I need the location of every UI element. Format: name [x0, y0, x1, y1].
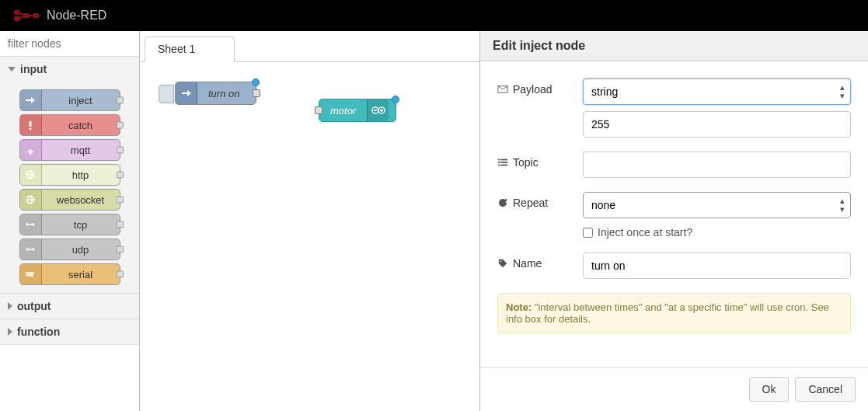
- note-box: Note: "interval between times" and "at a…: [497, 293, 851, 333]
- palette-node-label: udp: [42, 244, 120, 256]
- input-nodes-list: inject catch mqtt http: [0, 82, 139, 293]
- payload-row: Payload string ▴▾: [497, 78, 851, 138]
- bridge-icon: [20, 239, 42, 259]
- palette-node-label: mqtt: [42, 145, 120, 156]
- category-function-label: function: [17, 326, 60, 338]
- svg-point-8: [30, 128, 32, 131]
- palette-node-catch[interactable]: catch: [19, 114, 120, 136]
- name-input[interactable]: [583, 253, 851, 279]
- cancel-button[interactable]: Cancel: [795, 377, 856, 402]
- palette-node-label: http: [42, 169, 120, 181]
- palette-node-udp[interactable]: udp: [19, 239, 120, 260]
- filter-input[interactable]: [6, 36, 133, 51]
- globe-icon: [20, 165, 42, 185]
- category-output-header[interactable]: output: [0, 294, 139, 319]
- main-layout: input inject catch mqtt: [0, 31, 868, 411]
- edit-footer: Ok Cancel: [480, 367, 868, 411]
- svg-rect-27: [498, 159, 500, 161]
- envelope-icon: [497, 84, 508, 95]
- inject-once-checkbox[interactable]: [583, 228, 593, 238]
- flow-node-label: motor: [319, 105, 367, 117]
- edit-form: Payload string ▴▾ Topic: [480, 61, 868, 367]
- output-port[interactable]: [253, 89, 260, 97]
- topic-row: Topic: [497, 152, 851, 178]
- payload-type-select[interactable]: string: [583, 78, 851, 105]
- name-row: Name: [497, 253, 851, 279]
- palette-node-label: catch: [42, 120, 120, 131]
- repeat-select[interactable]: none: [583, 192, 851, 218]
- arrow-right-icon: [176, 82, 197, 104]
- ok-button[interactable]: Ok: [749, 377, 790, 402]
- palette-sidebar: input inject catch mqtt: [0, 31, 140, 411]
- flow-node-turn-on[interactable]: turn on: [175, 82, 256, 105]
- name-label-wrap: Name: [497, 253, 583, 270]
- name-label: Name: [513, 257, 542, 270]
- palette-node-label: serial: [42, 269, 120, 280]
- alert-icon: [20, 115, 42, 135]
- palette-node-label: websocket: [42, 194, 120, 206]
- chevron-down-icon: [8, 67, 16, 71]
- port-icon: [117, 172, 124, 179]
- palette-node-label: inject: [42, 95, 120, 106]
- topic-label: Topic: [513, 156, 539, 169]
- note-bold: Note:: [506, 301, 532, 313]
- payload-value-input[interactable]: [583, 111, 851, 138]
- palette-node-serial[interactable]: serial: [19, 263, 120, 285]
- palette-node-websocket[interactable]: websocket: [19, 189, 120, 211]
- svg-rect-32: [500, 165, 507, 166]
- palette-node-http[interactable]: http: [19, 164, 120, 186]
- list-icon: [497, 157, 508, 168]
- note-text: "interval between times" and "at a speci…: [506, 301, 829, 325]
- svg-rect-28: [500, 159, 507, 161]
- inject-once-label: Inject once at start?: [598, 226, 692, 239]
- flow-node-label: turn on: [197, 88, 250, 99]
- tabs-bar: Sheet 1: [140, 36, 479, 62]
- svg-point-9: [30, 152, 31, 154]
- edit-panel-title: Edit inject node: [480, 31, 868, 61]
- repeat-label-wrap: Repeat: [497, 192, 583, 209]
- payload-label: Payload: [513, 83, 553, 96]
- inject-once-row[interactable]: Inject once at start?: [583, 226, 851, 239]
- flow-node-motor[interactable]: motor: [319, 99, 396, 122]
- svg-rect-7: [30, 121, 32, 127]
- payload-type-select-wrap: string ▴▾: [583, 78, 851, 105]
- serial-icon: [20, 264, 42, 284]
- repeat-label: Repeat: [513, 197, 548, 209]
- repeat-row: Repeat none ▴▾ Inject once at start?: [497, 192, 851, 239]
- chevron-right-icon: [8, 302, 12, 310]
- svg-rect-3: [14, 10, 20, 15]
- palette-node-mqtt[interactable]: mqtt: [19, 139, 120, 161]
- node-red-logo-icon: [12, 9, 40, 22]
- svg-rect-30: [500, 162, 507, 163]
- svg-rect-31: [498, 165, 500, 166]
- palette-node-tcp[interactable]: tcp: [19, 214, 120, 235]
- category-input-label: input: [20, 63, 47, 75]
- category-function-header[interactable]: function: [0, 319, 139, 344]
- repeat-field: none ▴▾ Inject once at start?: [583, 192, 851, 239]
- port-icon: [117, 122, 124, 129]
- palette-node-label: tcp: [42, 219, 120, 231]
- node-changed-icon: [392, 96, 399, 103]
- input-port[interactable]: [315, 106, 322, 114]
- node-changed-icon: [252, 78, 260, 86]
- port-icon: [117, 221, 124, 228]
- app-title: Node-RED: [47, 9, 106, 23]
- name-field: [583, 253, 851, 279]
- port-icon: [117, 147, 124, 154]
- category-input: input inject catch mqtt: [0, 57, 139, 294]
- category-input-header[interactable]: input: [0, 57, 139, 82]
- flow-canvas[interactable]: turn on motor: [140, 62, 479, 411]
- chevron-right-icon: [8, 328, 12, 336]
- topic-input[interactable]: [583, 152, 851, 178]
- topic-field: [583, 152, 851, 178]
- svg-rect-5: [23, 13, 30, 18]
- app-header: Node-RED: [0, 0, 868, 31]
- port-icon: [117, 97, 124, 104]
- tag-icon: [497, 258, 508, 269]
- filter-box: [0, 31, 139, 57]
- port-icon: [117, 197, 124, 204]
- tab-sheet-1[interactable]: Sheet 1: [145, 37, 235, 62]
- bridge-icon: [20, 214, 42, 235]
- inject-trigger-button[interactable]: [159, 85, 174, 103]
- palette-node-inject[interactable]: inject: [19, 89, 120, 111]
